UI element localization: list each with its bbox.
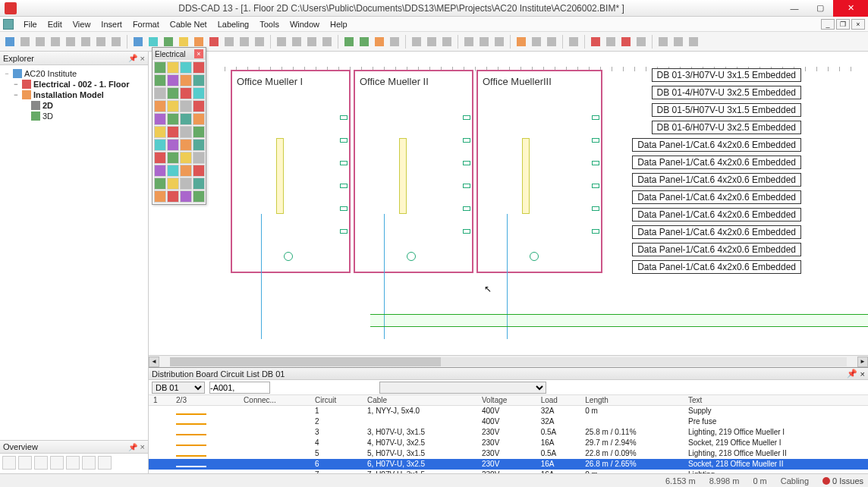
socket-symbol[interactable] — [340, 184, 348, 188]
tree-item[interactable]: 3D — [3, 111, 145, 121]
palette-tool[interactable] — [154, 152, 166, 164]
overview-btn[interactable] — [66, 456, 80, 470]
toolbar-button[interactable] — [604, 35, 618, 49]
issues-indicator[interactable]: 0 Issues — [822, 476, 863, 485]
socket-symbol[interactable] — [340, 161, 348, 165]
toolbar-button[interactable] — [320, 35, 334, 49]
toolbar-button[interactable] — [410, 35, 423, 49]
socket-symbol[interactable] — [463, 161, 470, 165]
palette-tool[interactable] — [167, 165, 179, 177]
palette-tool[interactable] — [167, 190, 179, 203]
socket-symbol[interactable] — [463, 184, 470, 188]
palette-tool[interactable] — [180, 61, 192, 74]
toolbar-button[interactable] — [589, 35, 602, 49]
palette-tool[interactable] — [193, 178, 205, 190]
palette-tool[interactable] — [193, 113, 205, 125]
circuit-row[interactable]: 2400V32APre fuse — [149, 416, 868, 427]
socket-symbol[interactable] — [463, 138, 470, 143]
toolbar-button[interactable] — [671, 35, 685, 49]
scroll-right-icon[interactable]: ► — [857, 357, 868, 367]
palette-tool[interactable] — [180, 152, 192, 164]
palette-tool[interactable] — [180, 113, 192, 125]
palette-tool[interactable] — [193, 61, 205, 74]
menu-cable-net[interactable]: Cable Net — [165, 18, 212, 30]
overview-btn[interactable] — [2, 456, 16, 470]
menu-tools[interactable]: Tools — [254, 18, 285, 30]
socket-symbol[interactable] — [592, 161, 599, 165]
cable-label[interactable]: DB 01-6/H07V-U 3x2.5 Embedded — [652, 121, 801, 134]
switch-symbol[interactable] — [284, 252, 293, 261]
palette-tool[interactable] — [167, 87, 179, 99]
socket-symbol[interactable] — [340, 206, 348, 211]
socket-symbol[interactable] — [592, 206, 599, 211]
palette-tool[interactable] — [180, 165, 192, 177]
mdi-restore[interactable]: ❐ — [836, 19, 850, 30]
overview-btn[interactable] — [82, 456, 96, 470]
palette-tool[interactable] — [154, 61, 166, 74]
socket-symbol[interactable] — [592, 184, 599, 188]
palette-tool[interactable] — [167, 74, 179, 86]
toolbar-button[interactable] — [425, 35, 439, 49]
overview-close-icon[interactable]: × — [140, 442, 145, 451]
circuit-row[interactable]: 33, H07V-U, 3x1.5230V0.5A25.8 m / 0.11%L… — [149, 427, 868, 438]
overview-btn[interactable] — [18, 456, 32, 470]
toolbar-button[interactable] — [357, 35, 371, 49]
cable-label[interactable]: Data Panel-1/Cat.6 4x2x0.6 Embedded — [632, 225, 801, 239]
palette-tool[interactable] — [167, 152, 179, 164]
cable-label[interactable]: Data Panel-1/Cat.6 4x2x0.6 Embedded — [632, 190, 801, 204]
palette-tool[interactable] — [154, 190, 166, 203]
toolbar-button[interactable] — [253, 35, 266, 49]
light-fixture[interactable] — [522, 138, 530, 214]
socket-symbol[interactable] — [463, 206, 470, 211]
filter-select[interactable] — [379, 382, 546, 394]
palette-tool[interactable] — [193, 165, 205, 177]
cable-label[interactable]: Data Panel-1/Cat.6 4x2x0.6 Embedded — [632, 138, 801, 152]
explorer-close-icon[interactable]: × — [140, 54, 145, 63]
circuit-row[interactable]: 44, H07V-U, 3x2.5230V16A29.7 m / 2.94%So… — [149, 438, 868, 448]
close-button[interactable]: ✕ — [833, 0, 868, 17]
toolbar-button[interactable] — [687, 35, 700, 49]
palette-tool[interactable] — [193, 139, 205, 151]
menu-insert[interactable]: Insert — [96, 18, 127, 30]
toolbar-button[interactable] — [619, 35, 633, 49]
toolbar-button[interactable] — [545, 35, 558, 49]
palette-tool[interactable] — [154, 126, 166, 138]
toolbar-button[interactable] — [440, 35, 454, 49]
palette-tool[interactable] — [167, 178, 179, 190]
toolbar-button[interactable] — [222, 35, 236, 49]
panel-close-icon[interactable]: × — [860, 369, 865, 379]
menu-labeling[interactable]: Labeling — [212, 18, 255, 30]
mdi-close[interactable]: × — [851, 19, 865, 30]
pin-icon[interactable]: 📌 — [847, 369, 857, 379]
palette-tool[interactable] — [193, 87, 205, 99]
palette-tool[interactable] — [193, 190, 205, 203]
switch-symbol[interactable] — [407, 252, 416, 261]
toolbar-button[interactable] — [492, 35, 506, 49]
circuit-row[interactable]: 11, NYY-J, 5x4.0400V32A0 mSupply — [149, 406, 868, 416]
palette-tool[interactable] — [154, 165, 166, 177]
palette-tool[interactable] — [154, 74, 166, 86]
board-ref-input[interactable] — [209, 382, 270, 394]
switch-symbol[interactable] — [530, 252, 539, 261]
palette-tool[interactable] — [154, 100, 166, 112]
menu-view[interactable]: View — [68, 18, 96, 30]
overview-btn[interactable] — [34, 456, 48, 470]
palette-tool[interactable] — [193, 126, 205, 138]
toolbar-button[interactable] — [373, 35, 386, 49]
toolbar-button[interactable] — [162, 35, 175, 49]
toolbar-button[interactable] — [207, 35, 221, 49]
toolbar-button[interactable] — [634, 35, 648, 49]
palette-tool[interactable] — [180, 178, 192, 190]
socket-symbol[interactable] — [463, 229, 470, 234]
pin-icon[interactable]: 📌 — [128, 54, 137, 62]
circuit-row[interactable]: 77, H07V-U, 3x1.5230V16A0 mLighting — [149, 470, 868, 474]
palette-tool[interactable] — [180, 74, 192, 86]
toolbar-button[interactable] — [305, 35, 319, 49]
toolbar-button[interactable] — [3, 35, 17, 49]
menu-help[interactable]: Help — [325, 18, 353, 30]
overview-btn[interactable] — [98, 456, 112, 470]
palette-tool[interactable] — [193, 74, 205, 86]
toolbar-button[interactable] — [94, 35, 108, 49]
cable-label[interactable]: Data Panel-1/Cat.6 4x2x0.6 Embedded — [632, 260, 801, 274]
palette-close-icon[interactable]: × — [194, 49, 203, 58]
